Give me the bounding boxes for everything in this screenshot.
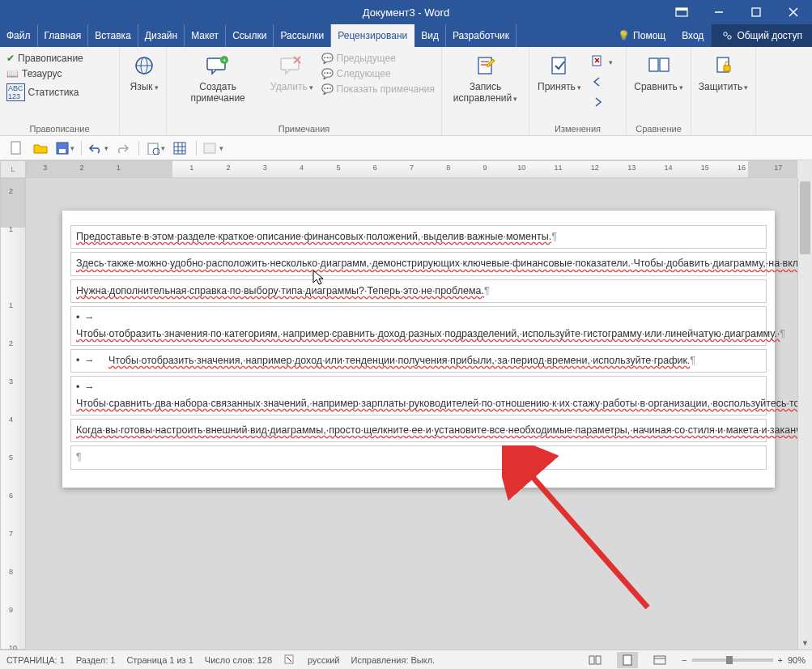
protect-button[interactable]: Защитить▾ xyxy=(695,49,752,95)
horizontal-ruler[interactable]: 3211234567891011121314151617 xyxy=(26,160,797,178)
insert-table-button[interactable] xyxy=(168,138,191,158)
svg-rect-38 xyxy=(204,143,215,153)
status-word-count[interactable]: Число слов: 128 xyxy=(205,655,272,665)
next-change-button[interactable] xyxy=(588,95,616,112)
svg-point-6 xyxy=(724,32,727,36)
accept-button[interactable]: Принять▾ xyxy=(533,49,586,95)
share-button[interactable]: Общий доступ xyxy=(712,24,812,47)
maximize-button[interactable] xyxy=(738,0,775,24)
zoom-level[interactable]: 90% xyxy=(788,655,806,665)
svg-rect-43 xyxy=(623,655,631,665)
svg-rect-41 xyxy=(589,656,594,664)
table-row[interactable]: •→Чтобы·сравнить·два·набора·связанных·зн… xyxy=(70,376,767,415)
svg-text:+: + xyxy=(223,57,227,64)
table-row[interactable]: ¶ xyxy=(70,445,767,469)
tab-selector[interactable]: L xyxy=(0,160,26,178)
compare-icon xyxy=(646,53,672,79)
stats-icon: ABC123 xyxy=(6,83,25,101)
read-mode-button[interactable] xyxy=(585,652,606,668)
new-doc-button[interactable] xyxy=(5,138,28,158)
print-layout-button[interactable] xyxy=(617,652,638,668)
comment-show-icon: 💬 xyxy=(321,83,334,95)
ribbon-display-options[interactable] xyxy=(663,0,700,24)
print-preview-button[interactable]: ▾ xyxy=(144,138,167,158)
tab-home[interactable]: Главная xyxy=(38,24,89,47)
ribbon: ✔Правописание 📖Тезаурус ABC123Статистика… xyxy=(0,47,812,136)
status-proof-icon[interactable] xyxy=(283,654,296,667)
tab-design[interactable]: Дизайн xyxy=(138,24,185,47)
spelling-button[interactable]: ✔Правописание xyxy=(3,51,87,66)
table-row[interactable]: Предоставьте·в·этом·разделе·краткое·опис… xyxy=(70,225,767,249)
minimize-button[interactable] xyxy=(700,0,738,24)
scroll-thumb[interactable] xyxy=(800,181,810,254)
open-button[interactable] xyxy=(29,138,52,158)
document-title: Документ3 - Word xyxy=(363,6,449,19)
comment-prev-icon: 💬 xyxy=(321,53,334,64)
svg-point-7 xyxy=(728,36,731,39)
globe-icon xyxy=(131,53,157,79)
previous-comment-button[interactable]: 💬Предыдущее xyxy=(318,51,439,66)
book-icon: 📖 xyxy=(6,68,19,79)
undo-button[interactable]: ▾ xyxy=(87,138,109,158)
svg-rect-24 xyxy=(649,58,658,71)
previous-change-button[interactable] xyxy=(588,75,616,92)
word-count-button[interactable]: ABC123Статистика xyxy=(3,82,87,103)
svg-rect-33 xyxy=(174,143,185,154)
insert-picture-button[interactable]: ▾ xyxy=(202,138,224,158)
status-page[interactable]: СТРАНИЦА: 1 xyxy=(6,655,65,665)
status-page-of[interactable]: Страница 1 из 1 xyxy=(126,655,193,665)
group-label-comments: Примечания xyxy=(170,122,438,135)
track-changes-button[interactable]: Запись исправлений▾ xyxy=(445,49,525,106)
tab-developer[interactable]: Разработчик xyxy=(446,24,517,47)
save-button[interactable]: ▾ xyxy=(53,138,76,158)
redo-button[interactable] xyxy=(111,138,134,158)
horizontal-ruler-row: L 3211234567891011121314151617 xyxy=(0,160,812,178)
close-button[interactable] xyxy=(775,0,812,24)
compare-button[interactable]: Сравнить▾ xyxy=(630,49,687,95)
tab-references[interactable]: Ссылки xyxy=(226,24,274,47)
delete-comment-button[interactable]: Удалить▾ xyxy=(267,49,316,95)
table-row[interactable]: Здесь·также·можно·удобно·расположить·нес… xyxy=(70,252,767,275)
status-section[interactable]: Раздел: 1 xyxy=(76,655,116,665)
tab-file[interactable]: Файл xyxy=(0,24,38,47)
tell-me-help[interactable]: 💡Помощ xyxy=(610,24,674,47)
next-comment-button[interactable]: 💬Следующее xyxy=(318,66,439,81)
ribbon-tabs: Файл Главная Вставка Дизайн Макет Ссылки… xyxy=(0,24,812,47)
sign-in[interactable]: Вход xyxy=(674,24,712,47)
table-row[interactable]: •→Чтобы·отобразить·значения·по·категория… xyxy=(70,306,767,346)
prev-change-icon xyxy=(591,76,604,90)
quick-access-toolbar: ▾ ▾ ▾ ▾ xyxy=(0,136,812,160)
tab-mailings[interactable]: Рассылки xyxy=(274,24,331,47)
vertical-scrollbar[interactable]: ▲ ▼ xyxy=(797,178,812,650)
svg-rect-20 xyxy=(552,58,565,74)
zoom-slider[interactable] xyxy=(692,658,773,662)
svg-rect-44 xyxy=(654,656,665,664)
new-comment-button[interactable]: + Создать примечание xyxy=(170,49,266,106)
svg-rect-27 xyxy=(724,66,730,71)
tab-insert[interactable]: Вставка xyxy=(88,24,138,47)
svg-rect-28 xyxy=(11,142,20,154)
language-button[interactable]: Язык▾ xyxy=(123,49,165,95)
zoom-in-button[interactable]: + xyxy=(778,655,783,665)
accept-icon xyxy=(546,53,572,79)
document-area[interactable]: Предоставьте·в·этом·разделе·краткое·опис… xyxy=(26,178,797,650)
tab-view[interactable]: Вид xyxy=(415,24,446,47)
reject-button[interactable]: ▾ xyxy=(588,53,616,71)
thesaurus-button[interactable]: 📖Тезаурус xyxy=(3,66,87,81)
tab-layout[interactable]: Макет xyxy=(185,24,226,47)
scroll-down-button[interactable]: ▼ xyxy=(798,637,812,650)
vertical-ruler[interactable]: 2112345678910 xyxy=(0,178,26,650)
table-row[interactable]: Когда·вы·готовы·настроить·внешний·вид·ди… xyxy=(70,419,767,442)
web-layout-button[interactable] xyxy=(649,652,670,668)
group-label-changes: Изменения xyxy=(533,122,623,135)
table-row[interactable]: Нужна·дополнительная·справка·по·выбору·т… xyxy=(70,279,767,303)
title-bar: Документ3 - Word xyxy=(0,0,812,24)
table-row[interactable]: •→Чтобы·отобразить·значения,·например·до… xyxy=(70,349,767,373)
status-bar: СТРАНИЦА: 1 Раздел: 1 Страница 1 из 1 Чи… xyxy=(0,650,812,669)
protect-icon xyxy=(711,53,737,79)
status-language[interactable]: русский xyxy=(308,655,339,665)
status-track-changes[interactable]: Исправления: Выкл. xyxy=(351,655,436,665)
zoom-out-button[interactable]: − xyxy=(682,655,687,665)
tab-review[interactable]: Рецензировани xyxy=(331,24,415,47)
show-comments-button[interactable]: 💬Показать примечания xyxy=(318,82,439,96)
